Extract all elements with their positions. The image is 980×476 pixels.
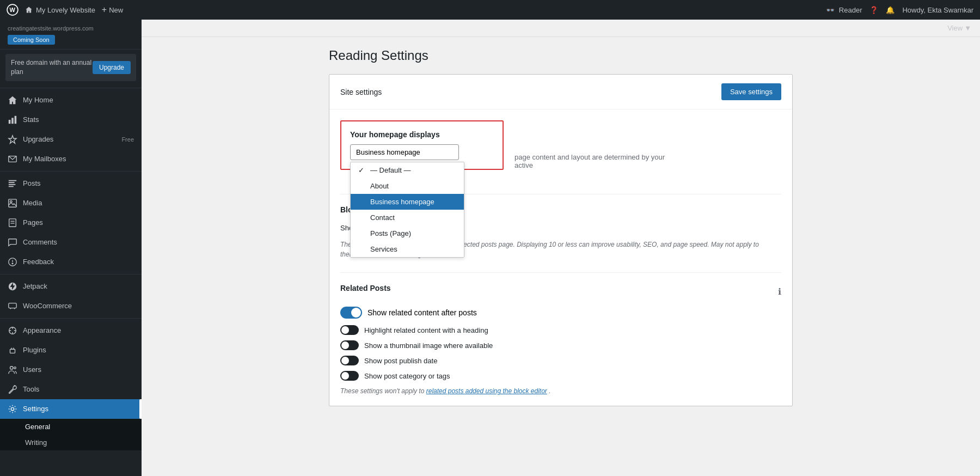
users-icon — [8, 365, 17, 375]
svg-point-18 — [12, 263, 13, 264]
homepage-dropdown[interactable]: — Default — About Business homepage Cont… — [350, 144, 459, 160]
sidebar-item-label: Tools — [23, 385, 39, 393]
dropdown-item-services[interactable]: Services — [351, 241, 464, 257]
related-posts-section: Related Posts ℹ Show related content aft… — [340, 284, 781, 395]
sidebar-item-jetpack[interactable]: Jetpack — [0, 277, 142, 296]
jetpack-icon — [8, 282, 17, 291]
posts-icon — [8, 179, 17, 188]
related-posts-info-icon[interactable]: ℹ — [778, 286, 781, 297]
tools-icon — [8, 385, 17, 394]
sidebar-item-feedback[interactable]: Feedback — [0, 252, 142, 272]
sidebar: creatingatestsite.wordpress.com Coming S… — [0, 20, 142, 476]
home-icon — [8, 95, 17, 105]
dropdown-item-about[interactable]: About — [351, 178, 464, 194]
radio-knob4 — [341, 372, 349, 380]
sidebar-item-label: Pages — [23, 218, 43, 227]
svg-rect-7 — [9, 180, 16, 181]
coming-soon-button[interactable]: Coming Soon — [8, 35, 55, 45]
svg-rect-3 — [11, 118, 14, 124]
related-posts-footer: These settings won't apply to related po… — [340, 387, 781, 395]
sidebar-item-media[interactable]: Media — [0, 193, 142, 213]
svg-rect-13 — [9, 218, 16, 226]
topbar-new-button[interactable]: + New — [102, 5, 123, 15]
sidebar-item-comments[interactable]: Comments — [0, 233, 142, 252]
sub-nav-general[interactable]: General — [0, 419, 142, 435]
sidebar-item-label: Comments — [23, 238, 57, 246]
thumbnail-toggle[interactable] — [340, 340, 359, 350]
user-greeting: Howdy, Ekta Swarnkar — [902, 6, 973, 14]
dropdown-item-contact[interactable]: Contact — [351, 210, 464, 225]
sidebar-item-label: Posts — [23, 179, 41, 187]
radio-knob2 — [341, 341, 349, 349]
dropdown-item-posts-page[interactable]: Posts (Page) — [351, 225, 464, 241]
sub-nav-writing[interactable]: Writing — [0, 435, 142, 450]
dropdown-item-default[interactable]: ✓ — Default — — [351, 162, 464, 178]
sidebar-item-my-home[interactable]: My Home — [0, 90, 142, 110]
home-topbar-icon — [25, 6, 33, 14]
media-icon — [8, 198, 17, 208]
svg-rect-4 — [15, 115, 17, 123]
upgrades-badge: Free — [121, 136, 134, 143]
publish-date-toggle[interactable] — [340, 356, 359, 365]
comments-icon — [8, 237, 17, 247]
settings-icon — [8, 404, 17, 414]
site-settings-title: Site settings — [340, 88, 382, 96]
category-toggle[interactable] — [340, 371, 359, 381]
sidebar-item-label: WooCommerce — [23, 302, 72, 310]
svg-rect-10 — [9, 186, 14, 187]
thumbnail-label: Show a thumbnail image where available — [364, 341, 493, 350]
dropdown-item-business[interactable]: Business homepage — [351, 194, 464, 210]
help-icon[interactable]: ❓ — [869, 6, 878, 14]
show-related-toggle[interactable] — [340, 307, 362, 319]
upgrade-button[interactable]: Upgrade — [93, 61, 131, 74]
svg-marker-5 — [9, 135, 16, 143]
svg-rect-21 — [10, 349, 15, 353]
show-related-row: Show related content after posts — [340, 307, 781, 319]
svg-rect-19 — [9, 303, 16, 308]
settings-card-body: Your homepage displays — Default — About… — [329, 109, 792, 406]
view-chevron-icon: ▼ — [964, 24, 971, 32]
notifications-icon[interactable]: 🔔 — [886, 6, 895, 14]
sidebar-item-tools[interactable]: Tools — [0, 380, 142, 399]
reader-link[interactable]: 👓 Reader — [826, 6, 862, 14]
sidebar-item-pages[interactable]: Pages — [0, 213, 142, 233]
sidebar-item-posts[interactable]: Posts — [0, 174, 142, 193]
radio-row-thumbnail: Show a thumbnail image where available — [340, 340, 781, 350]
nav-divider3 — [0, 318, 142, 319]
sidebar-item-plugins[interactable]: Plugins — [0, 340, 142, 360]
sidebar-nav: My Home Stats Upgrades Free — [0, 90, 142, 476]
svg-point-24 — [11, 407, 14, 410]
related-posts-title: Related Posts — [340, 284, 391, 292]
sidebar-item-mailboxes[interactable]: My Mailboxes — [0, 149, 142, 169]
dropdown-item-label: Business homepage — [370, 198, 434, 206]
footer-text: These settings won't apply to — [340, 387, 426, 395]
radio-row-category: Show post category or tags — [340, 371, 781, 381]
block-editor-link[interactable]: related posts added using the block edit… — [426, 387, 547, 395]
sidebar-item-label: Upgrades — [23, 135, 53, 143]
dropdown-item-label: Contact — [370, 213, 395, 222]
topbar-site-link[interactable]: My Lovely Website — [25, 6, 95, 14]
nav-divider2 — [0, 274, 142, 274]
sidebar-item-stats[interactable]: Stats — [0, 110, 142, 130]
upgrade-banner: Free domain with an annual plan Upgrade — [5, 54, 136, 81]
footer-text2: . — [549, 387, 550, 395]
view-button[interactable]: View ▼ — [947, 24, 971, 32]
sidebar-item-settings[interactable]: Settings — [0, 399, 142, 419]
highlight-toggle[interactable] — [340, 325, 359, 335]
sidebar-item-users[interactable]: Users — [0, 360, 142, 380]
radio-knob3 — [341, 357, 349, 364]
sidebar-item-label: Media — [23, 199, 42, 207]
homepage-dropdown-wrapper: — Default — About Business homepage Cont… — [350, 144, 459, 160]
sidebar-site-url: creatingatestsite.wordpress.com — [8, 25, 134, 32]
save-settings-button[interactable]: Save settings — [721, 83, 781, 100]
reader-icon: 👓 — [826, 6, 835, 14]
sidebar-item-woocommerce[interactable]: WooCommerce — [0, 296, 142, 316]
sidebar-item-label: Appearance — [23, 326, 61, 334]
sidebar-item-appearance[interactable]: Appearance — [0, 321, 142, 340]
homepage-dropdown-menu: ✓ — Default — About Bu — [350, 162, 464, 258]
sidebar-item-label: Feedback — [23, 258, 54, 266]
main-content: View ▼ Reading Settings Site settings Sa… — [142, 20, 980, 476]
homepage-section: Your homepage displays — Default — About… — [340, 120, 504, 170]
sidebar-item-upgrades[interactable]: Upgrades Free — [0, 130, 142, 149]
sidebar-item-label: Settings — [23, 405, 48, 413]
